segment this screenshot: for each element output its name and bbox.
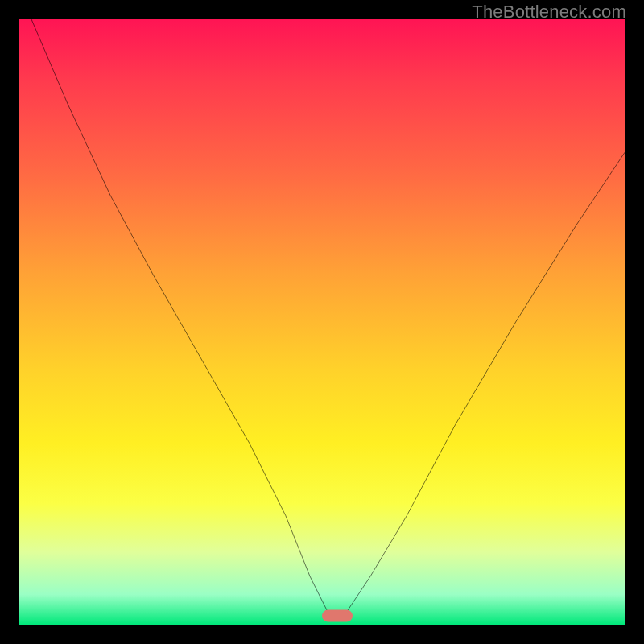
chart-frame: TheBottleneck.com — [0, 0, 644, 644]
chart-curve — [19, 19, 625, 625]
watermark-text: TheBottleneck.com — [472, 2, 626, 23]
min-marker — [322, 609, 353, 621]
chart-gradient-background — [19, 19, 625, 625]
bottleneck-curve-path — [31, 19, 625, 613]
